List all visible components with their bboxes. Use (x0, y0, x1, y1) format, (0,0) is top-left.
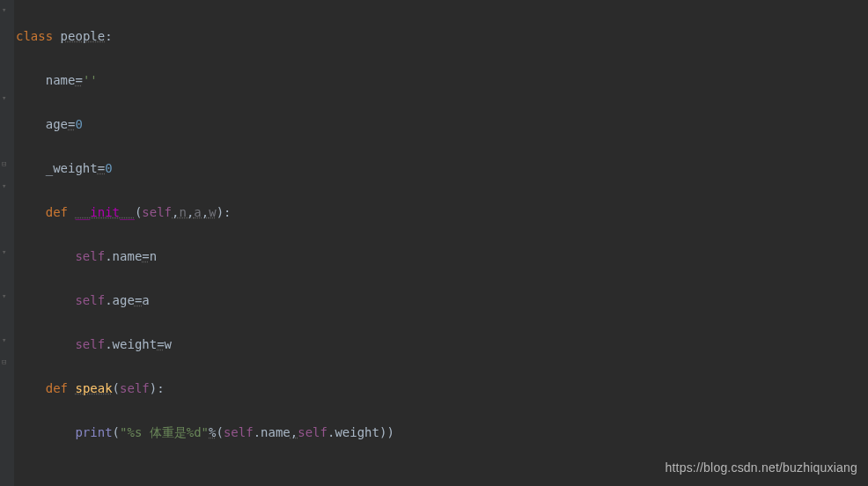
struct-icon: ⊟ (2, 357, 11, 366)
watermark: https://blog.csdn.net/buzhiquxiang (665, 457, 857, 479)
fold-icon[interactable]: ▾ (2, 181, 11, 190)
code-line[interactable]: name='' (16, 70, 629, 92)
code-line[interactable]: self.weight=w (16, 334, 629, 356)
code-line[interactable]: _weight=0 (16, 158, 629, 180)
struct-icon: ⊟ (2, 159, 11, 168)
code-line[interactable] (16, 466, 629, 486)
fold-icon[interactable]: ▾ (2, 335, 11, 344)
code-line[interactable]: class people: (16, 26, 629, 48)
code-editor[interactable]: ▾ ▾ ⊟ ▾ ▾ ▾ ▾ ⊟ class people: name='' ag… (0, 0, 868, 486)
code-line[interactable]: self.name=n (16, 246, 629, 268)
code-line[interactable]: def speak(self): (16, 378, 629, 400)
gutter: ▾ ▾ ⊟ ▾ ▾ ▾ ▾ ⊟ (0, 0, 14, 486)
code-line[interactable]: def __init__(self,n,a,w): (16, 202, 629, 224)
code-line[interactable]: age=0 (16, 114, 629, 136)
fold-icon[interactable]: ▾ (2, 5, 11, 14)
fold-icon[interactable]: ▾ (2, 93, 11, 102)
code-line[interactable]: print("%s 体重是%d"%(self.name,self.weight)… (16, 422, 629, 444)
code-line[interactable]: self.age=a (16, 290, 629, 312)
fold-icon[interactable]: ▾ (2, 291, 11, 300)
code-area[interactable]: class people: name='' age=0 _weight=0 de… (14, 0, 629, 486)
fold-icon[interactable]: ▾ (2, 247, 11, 256)
